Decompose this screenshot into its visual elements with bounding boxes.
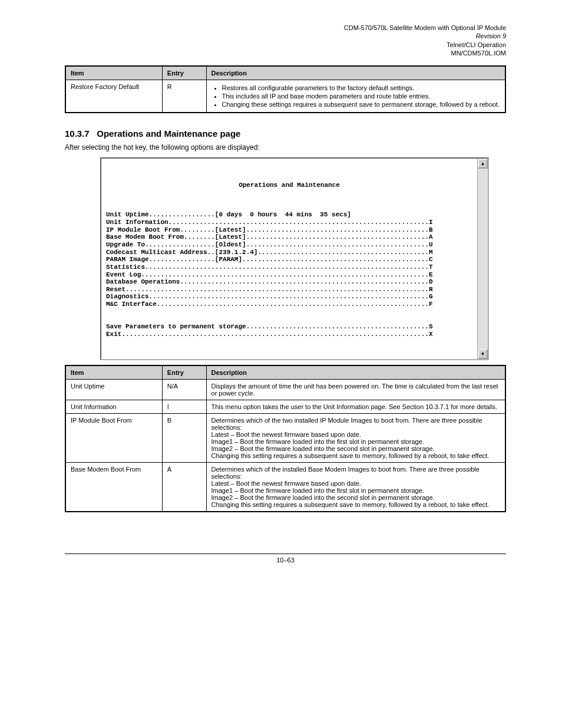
header-revision: Revision 9 xyxy=(65,32,506,40)
cell-item: Unit Uptime xyxy=(65,379,162,400)
cell-entry: A xyxy=(162,462,206,512)
cell-description: Restores all configurable parameters to … xyxy=(206,80,505,113)
terminal-line: PARAM Image.................[PARAM].....… xyxy=(106,256,472,263)
col-header-item: Item xyxy=(65,66,162,80)
section-title: Operations and Maintenance page xyxy=(97,129,240,139)
cell-description: Determines which of the installed Base M… xyxy=(206,462,505,512)
page-header: CDM-570/570L Satellite Modem with Option… xyxy=(65,24,506,57)
cell-item: Unit Information xyxy=(65,400,162,413)
header-product: CDM-570/570L Satellite Modem with Option… xyxy=(65,24,506,32)
cell-entry: I xyxy=(162,400,206,413)
cell-entry: N/A xyxy=(162,379,206,400)
terminal-title: Operations and Maintenance xyxy=(106,182,472,189)
terminal-content: Operations and Maintenance Unit Uptime..… xyxy=(101,159,477,358)
terminal-line: Reset...................................… xyxy=(106,286,472,294)
table-row: Base Modem Boot FromADetermines which of… xyxy=(65,462,505,512)
table-row: Unit UptimeN/ADisplays the amount of tim… xyxy=(65,379,505,400)
cell-description: This menu option takes the user to the U… xyxy=(206,400,505,413)
terminal-line: M&C Interface...........................… xyxy=(106,301,472,308)
scrollbar[interactable]: ▲ ▼ xyxy=(477,159,488,358)
col-header-item: Item xyxy=(65,365,162,380)
terminal-line: Upgrade To..................[Oldest]....… xyxy=(106,241,472,249)
scroll-track[interactable] xyxy=(478,169,488,348)
table-row: IP Module Boot FromBDetermines which of … xyxy=(65,413,505,462)
cell-entry: B xyxy=(162,413,206,462)
col-header-entry: Entry xyxy=(162,66,206,80)
page-number: 10–63 xyxy=(276,556,295,564)
section-number: 10.3.7 xyxy=(65,129,90,139)
terminal-line: Save Parameters to permanent storage....… xyxy=(106,323,472,331)
terminal-line: Statistics..............................… xyxy=(106,263,472,271)
ops-maintenance-table: Item Entry Description Unit UptimeN/ADis… xyxy=(65,365,506,512)
cell-item: Base Modem Boot From xyxy=(65,462,162,512)
cell-entry: R xyxy=(162,80,206,113)
cell-description: Determines which of the two installed IP… xyxy=(206,413,505,462)
section-heading: 10.3.7 Operations and Maintenance page xyxy=(65,129,506,139)
bullet: Changing these settings requires a subse… xyxy=(222,101,500,108)
col-header-entry: Entry xyxy=(162,365,206,380)
terminal-line: IP Module Boot From.........[Latest]....… xyxy=(106,226,472,234)
terminal-window: Operations and Maintenance Unit Uptime..… xyxy=(100,157,489,360)
terminal-line: Event Log...............................… xyxy=(106,271,472,279)
terminal-line: Unit Information........................… xyxy=(106,219,472,226)
terminal-line xyxy=(106,308,472,316)
bullet: This includes all IP and base modem para… xyxy=(222,93,500,100)
cell-item: Restore Factory Default xyxy=(65,80,162,113)
intro-text: After selecting the hot key, the followi… xyxy=(65,143,506,151)
terminal-line: Diagnostics.............................… xyxy=(106,293,472,301)
terminal-line: Codecast Multicast Address..[239.1.2.4].… xyxy=(106,249,472,256)
terminal-line: Unit Uptime.................[0 days 0 ho… xyxy=(106,211,472,219)
terminal-line xyxy=(106,315,472,323)
page-footer: 10–63 xyxy=(65,554,506,564)
scroll-up-button[interactable]: ▲ xyxy=(478,159,488,169)
terminal-line: Exit....................................… xyxy=(106,331,472,338)
scroll-down-button[interactable]: ▼ xyxy=(478,349,488,359)
terminal-line: Database Operations.....................… xyxy=(106,278,472,286)
restore-factory-table: Item Entry Description Restore Factory D… xyxy=(65,65,506,113)
col-header-description: Description xyxy=(206,66,505,80)
header-section: Telnet/CLI Operation xyxy=(65,41,506,49)
cell-item: IP Module Boot From xyxy=(65,413,162,462)
terminal-line: Base Modem Boot From........[Latest]....… xyxy=(106,233,472,241)
bullet: Restores all configurable parameters to … xyxy=(222,84,500,91)
cell-description: Displays the amount of time the unit has… xyxy=(206,379,505,400)
col-header-description: Description xyxy=(206,365,505,380)
table-row: Unit InformationIThis menu option takes … xyxy=(65,400,505,413)
header-doc: MN/CDM570L.IOM xyxy=(65,49,506,57)
table-row: Restore Factory Default R Restores all c… xyxy=(65,80,505,113)
